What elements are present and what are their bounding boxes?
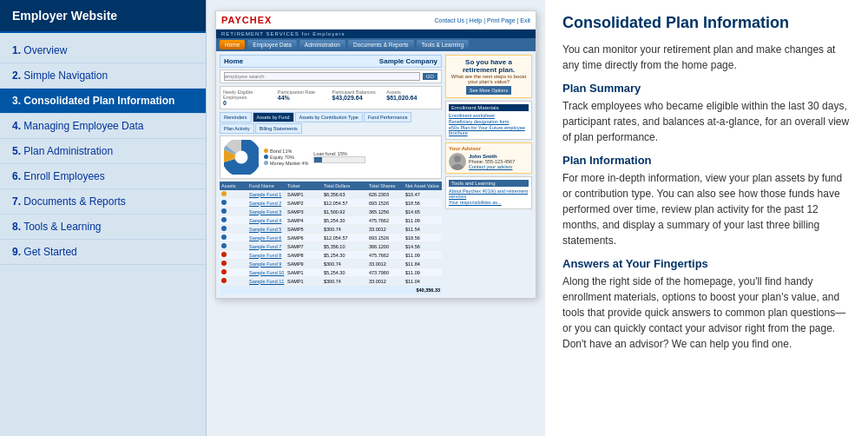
ss-search-btn[interactable]: GO [423, 73, 437, 80]
main-content: PAYCHEX Contact Us | Help | Print Page |… [207, 0, 868, 436]
ss-row-nav: $11.09 [405, 218, 440, 223]
ss-header-links[interactable]: Contact Us | Help | Print Page | Exit [435, 17, 531, 23]
ss-col-dollars: Total Dollars [324, 183, 367, 188]
sidebar-item-overview[interactable]: 1. Overview [0, 38, 206, 63]
ss-row-shares: 473.7980 [369, 270, 404, 275]
ss-row-nav: $14.56 [405, 244, 440, 249]
ss-tools-box: Tools and Learning About Paychex 401(k) … [445, 176, 532, 209]
ss-row-nav: $11.04 [405, 279, 440, 284]
right-section-heading: Plan Summary [562, 82, 851, 95]
ss-row-name[interactable]: Sample Fund 2 [249, 201, 286, 206]
ss-row-dot [221, 235, 247, 241]
table-row: Sample Fund 8 SAMP8 $5,254.30 475.7662 $… [220, 251, 442, 260]
ss-tab-assets-by-fund[interactable]: Assets by Fund [253, 112, 294, 122]
ss-enroll-link-item[interactable]: Enrollment worksheet [449, 113, 529, 118]
ss-row-nav: $18.56 [405, 235, 440, 241]
ss-row-dot [221, 261, 247, 267]
ss-row-nav: $14.65 [405, 209, 440, 215]
ss-stats-box: Newly Eligible Employees 0 Participation… [220, 86, 442, 109]
ss-chart-legend: Bond 11%Equity 70%Money Market 4% [264, 149, 308, 167]
ss-row-shares: 366.1200 [369, 244, 404, 249]
sidebar-item-tools--learning[interactable]: 8. Tools & Learning [0, 215, 206, 240]
sidebar-item-managing-employee-data[interactable]: 4. Managing Employee Data [0, 114, 206, 139]
ss-body: Home Sample Company GO Newly Eligible Em… [216, 51, 536, 298]
ss-row-name[interactable]: Sample Fund 6 [249, 235, 286, 241]
ss-row-dot [221, 217, 247, 223]
ss-row-name[interactable]: Sample Fund 9 [249, 261, 286, 267]
ss-row-name[interactable]: Sample Fund 4 [249, 218, 286, 223]
table-row: Sample Fund 3 SAMP3 $1,500.92 365.1256 $… [220, 208, 442, 216]
ss-row-name[interactable]: Sample Fund 5 [249, 227, 286, 232]
ss-row-nav: $11.84 [405, 261, 440, 267]
ss-enroll-link-item[interactable]: Beneficiary designation form [449, 119, 529, 124]
svg-point-5 [451, 164, 464, 170]
ss-nav-btn-tools-&-learning[interactable]: Tools & Learning [417, 40, 469, 50]
ss-row-name[interactable]: Sample Fund 7 [249, 244, 286, 249]
ss-row-ticker: SAMP1 [287, 270, 322, 275]
ss-row-nav: $10.47 [405, 192, 440, 197]
ss-tab-plan-activity[interactable]: Plan Activity [220, 123, 254, 134]
sidebar-item-get-started[interactable]: 9. Get Started [0, 240, 206, 265]
ss-tab-reminders[interactable]: Reminders [220, 112, 252, 122]
ss-row-shares: 693.1526 [369, 235, 404, 241]
ss-paychex-header: PAYCHEX Contact Us | Help | Print Page |… [216, 11, 536, 30]
sidebar-item-plan-administration[interactable]: 5. Plan Administration [0, 139, 206, 164]
ss-stat-balance-val: $43,029.64 [332, 95, 385, 101]
ss-advisor-contact-link[interactable]: Contact your advisor [469, 164, 515, 169]
ss-row-shares: 33.0012 [369, 227, 404, 232]
ss-row-shares: 626.2303 [369, 192, 404, 197]
ss-tab-fund-performance[interactable]: Fund Performance [364, 112, 412, 122]
sidebar-item-consolidated-plan-information[interactable]: 3. Consolidated Plan Information [0, 89, 206, 114]
ss-stat-rate-val: 44% [278, 95, 330, 101]
ss-advisor-box: Your Advisor John Smith Phone: 555-123 [445, 142, 532, 174]
ss-row-dollars: $12,054.57 [324, 201, 367, 206]
sidebar-item-simple-navigation[interactable]: 2. Simple Navigation [0, 63, 206, 89]
ss-row-shares: 365.1256 [369, 209, 404, 215]
ss-row-dollars: $6,356.63 [324, 192, 367, 197]
ss-table-total: $40,356.33 [220, 286, 442, 294]
ss-row-shares: 475.7662 [369, 253, 404, 258]
right-section-text: Track employees who became eligible with… [562, 98, 851, 145]
ss-legend-item-money-market: Money Market 4% [264, 161, 308, 166]
ss-nav-btn-home[interactable]: Home [220, 40, 245, 50]
ss-tools-link-item[interactable]: About Paychex 401(k) and retirement serv… [449, 188, 529, 199]
ss-nav-btn-documents-&-reports[interactable]: Documents & Reports [348, 40, 414, 50]
ss-row-ticker: SAMP3 [287, 209, 322, 215]
ss-row-nav: $18.56 [405, 201, 440, 206]
ss-stat-rate: Participation Rate 44% [278, 89, 330, 106]
svg-point-4 [454, 155, 461, 162]
ss-row-dot [221, 252, 247, 258]
ss-col-shares: Total Shares [369, 183, 404, 188]
ss-row-ticker: SAMP9 [287, 261, 322, 267]
ss-legend-dot [264, 155, 268, 159]
ss-advisor-avatar [449, 153, 466, 170]
ss-col-nav: Net Asset Value [405, 183, 440, 188]
ss-stat-balance: Participant Balances $43,029.64 [332, 89, 385, 106]
sidebar-title: Employer Website [12, 9, 117, 23]
ss-row-name[interactable]: Sample Fund 3 [249, 209, 286, 215]
ss-row-name[interactable]: Sample Fund 11 [249, 279, 286, 284]
ss-row-dot [221, 278, 247, 284]
ss-row-ticker: SAMP7 [287, 244, 322, 249]
table-row: Sample Fund 4 SAMP4 $5,254.30 475.7662 $… [220, 216, 442, 225]
ss-search-input[interactable] [224, 72, 420, 81]
ss-nav-btn-employee-data[interactable]: Employee Data [247, 40, 296, 50]
right-section-heading: Plan Information [562, 154, 851, 167]
ss-row-name[interactable]: Sample Fund 10 [249, 270, 286, 275]
ss-tab-billing-statements[interactable]: Billing Statements [255, 123, 302, 134]
ss-nav-btn-administration[interactable]: Administration [299, 40, 345, 50]
ss-row-shares: 33.0012 [369, 279, 404, 284]
ss-retirement-btn[interactable]: See More Options [466, 86, 511, 95]
ss-tools-links: About Paychex 401(k) and retirement serv… [449, 188, 529, 205]
ss-row-shares: 693.1526 [369, 201, 404, 206]
ss-tagline: RETIREMENT SERVICES for Employers [216, 30, 536, 38]
ss-tab-assets-by-contribution-type[interactable]: Assets by Contribution Type [295, 112, 363, 122]
ss-logo: PAYCHEX [221, 15, 272, 25]
ss-enroll-link-item[interactable]: e50s Plan for Your Future employee broch… [449, 125, 529, 135]
ss-tools-link-item[interactable]: Your responsibilities as... [449, 200, 529, 205]
ss-row-name[interactable]: Sample Fund 8 [249, 253, 286, 258]
ss-row-name[interactable]: Sample Fund 1 [249, 192, 286, 197]
sidebar-item-enroll-employees[interactable]: 6. Enroll Employees [0, 164, 206, 189]
ss-row-dollars: $300.74 [324, 279, 367, 284]
sidebar-item-documents--reports[interactable]: 7. Documents & Reports [0, 189, 206, 215]
